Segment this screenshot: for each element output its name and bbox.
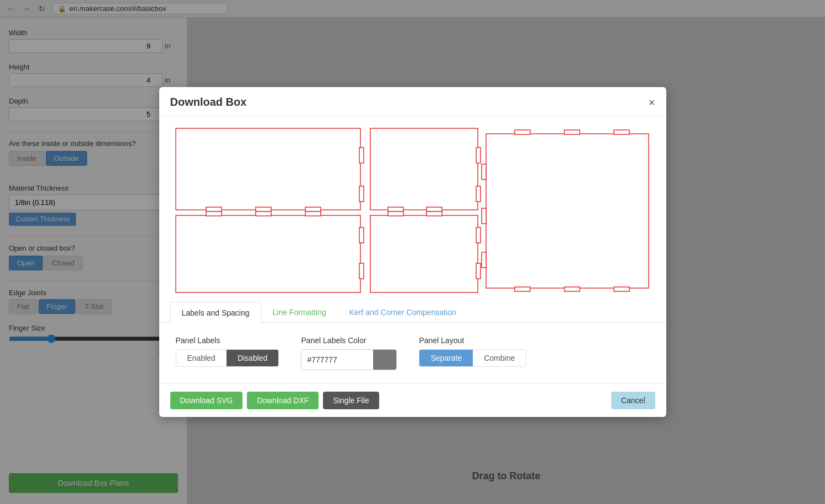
svg-rect-26 — [515, 287, 530, 291]
svg-rect-2 — [256, 207, 271, 212]
panel-labels-toggle-group: Enabled Disabled — [176, 349, 279, 367]
download-dxf-button[interactable]: Download DXF — [247, 392, 319, 409]
svg-rect-27 — [564, 287, 580, 291]
svg-rect-16 — [359, 263, 364, 279]
single-file-button[interactable]: Single File — [323, 392, 379, 409]
svg-rect-19 — [427, 212, 442, 216]
svg-rect-18 — [388, 212, 403, 216]
svg-rect-7 — [388, 207, 403, 212]
tab-content-labels: Panel Labels Enabled Disabled Panel Labe… — [159, 323, 666, 383]
tab-line-formatting[interactable]: Line Formatting — [261, 302, 338, 322]
panel-labels-color-field: Panel Labels Color — [301, 336, 397, 370]
svg-rect-5 — [359, 186, 364, 202]
svg-rect-8 — [427, 207, 442, 212]
panel-layout-label: Panel Layout — [419, 336, 526, 345]
download-svg-button[interactable]: Download SVG — [170, 392, 243, 409]
panel-labels-disabled-button[interactable]: Disabled — [227, 350, 278, 366]
svg-rect-24 — [564, 130, 580, 134]
box-preview-area — [159, 117, 666, 302]
panel-layout-toggle-group: Separate Combine — [419, 349, 526, 367]
svg-rect-28 — [614, 287, 629, 291]
svg-rect-1 — [206, 207, 222, 212]
svg-rect-15 — [359, 227, 364, 243]
svg-rect-23 — [515, 130, 530, 134]
panel-labels-label: Panel Labels — [176, 336, 279, 345]
modal-footer: Download SVG Download DXF Single File Ca… — [159, 383, 666, 417]
modal-overlay: Download Box × — [0, 0, 825, 504]
panel-layout-field: Panel Layout Separate Combine — [419, 336, 526, 367]
modal-header: Download Box × — [159, 87, 666, 117]
modal-close-button[interactable]: × — [649, 97, 655, 108]
svg-rect-10 — [476, 186, 481, 202]
modal-title: Download Box — [170, 96, 247, 109]
svg-rect-31 — [482, 252, 486, 268]
tab-kerf-corner[interactable]: Kerf and Corner Compensation — [338, 302, 468, 322]
svg-rect-21 — [476, 263, 481, 279]
box-preview-svg — [173, 126, 653, 296]
panel-layout-combine-button[interactable]: Combine — [473, 350, 526, 366]
panel-labels-color-label: Panel Labels Color — [301, 336, 397, 345]
svg-rect-20 — [476, 227, 481, 243]
color-text-input[interactable] — [301, 351, 373, 368]
svg-rect-30 — [482, 208, 486, 224]
svg-rect-6 — [370, 128, 478, 210]
svg-rect-22 — [486, 134, 649, 288]
svg-rect-14 — [305, 212, 321, 216]
color-input-row — [301, 349, 397, 370]
panel-layout-separate-button[interactable]: Separate — [419, 350, 473, 366]
svg-rect-29 — [482, 164, 486, 180]
svg-rect-4 — [359, 148, 364, 163]
svg-rect-9 — [476, 148, 481, 163]
svg-rect-11 — [176, 215, 360, 292]
cancel-button[interactable]: Cancel — [611, 392, 655, 409]
svg-rect-12 — [206, 212, 222, 216]
download-box-modal: Download Box × — [159, 87, 666, 417]
panel-labels-enabled-button[interactable]: Enabled — [176, 350, 227, 366]
svg-rect-0 — [176, 128, 360, 210]
modal-tabs: Labels and Spacing Line Formatting Kerf … — [159, 302, 666, 323]
svg-rect-3 — [305, 207, 321, 212]
svg-rect-25 — [614, 130, 629, 134]
svg-rect-13 — [256, 212, 271, 216]
tab-labels-spacing[interactable]: Labels and Spacing — [170, 302, 261, 323]
color-swatch[interactable] — [373, 350, 396, 370]
svg-rect-17 — [370, 215, 478, 292]
panel-labels-field: Panel Labels Enabled Disabled — [176, 336, 279, 367]
